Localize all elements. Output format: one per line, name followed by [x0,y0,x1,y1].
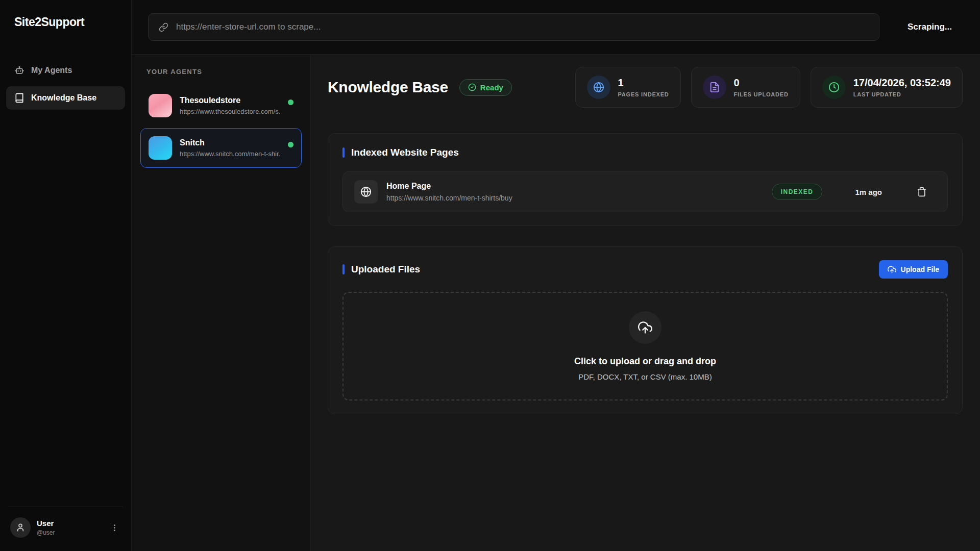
page-row-url: https://www.snitch.com/men-t-shirts/buy [386,194,512,202]
ready-status-badge: Ready [459,79,512,96]
scrape-status-button[interactable]: Scraping... [879,22,980,32]
agent-url: https://www.snitch.com/men-t-shir... [180,150,280,158]
user-handle: @user [37,529,55,536]
sidebar-item-label: Knowledge Base [31,93,96,103]
agent-name: Thesouledstore [180,96,280,105]
indexed-section-title: Indexed Website Pages [351,147,459,158]
book-icon [14,93,24,103]
stat-card-pages-indexed: 1 PAGES INDEXED [575,67,681,108]
online-status-dot [288,142,293,147]
link-icon [159,22,168,32]
app-logo: Site2Support [6,15,125,29]
file-icon [703,76,726,99]
cloud-upload-icon [629,311,662,344]
clock-icon [822,76,846,99]
user-name: User [37,519,55,528]
user-menu[interactable]: User @user [6,517,125,538]
accent-bar [342,147,345,158]
page-row-timestamp: 1m ago [855,188,882,196]
url-input-placeholder: https://enter-store-url.com to scrape... [176,22,321,32]
sidebar: Site2Support My Agents Knowledge Base Us… [0,0,132,551]
stat-card-files-uploaded: 0 FILES UPLOADED [691,67,800,108]
uploaded-files-section: Uploaded Files Upload File Click to uplo… [328,246,963,414]
stat-value: 0 [734,77,789,89]
main-header: Knowledge Base Ready 1 PAGES INDEX [328,67,963,108]
agents-panel: YOUR AGENTS Thesouledstore https://www.t… [132,55,311,551]
upload-file-button[interactable]: Upload File [879,260,948,279]
delete-page-button[interactable] [915,185,929,199]
accent-bar [342,264,345,274]
kebab-menu-icon[interactable] [108,521,121,534]
page-title: Knowledge Base [328,79,448,96]
sidebar-item-my-agents[interactable]: My Agents [6,59,125,82]
stat-label: FILES UPLOADED [734,91,789,97]
stat-label: LAST UPDATED [853,91,951,97]
page-row-title: Home Page [386,182,512,191]
ready-badge-label: Ready [480,83,503,92]
stat-card-last-updated: 17/04/2026, 03:52:49 LAST UPDATED [811,67,963,108]
globe-icon [354,180,378,204]
sidebar-item-label: My Agents [31,66,72,75]
store-url-input[interactable]: https://enter-store-url.com to scrape... [148,13,879,41]
agent-card-snitch[interactable]: Snitch https://www.snitch.com/men-t-shir… [140,128,302,168]
agent-card-thesouledstore[interactable]: Thesouledstore https://www.thesouledstor… [140,86,302,126]
indexed-status-badge: INDEXED [772,184,823,200]
agents-section-title: YOUR AGENTS [140,68,302,76]
cloud-upload-icon [888,265,896,274]
stats-row: 1 PAGES INDEXED 0 FILES UPLOADED [575,67,963,108]
user-icon [16,523,25,532]
indexed-pages-section: Indexed Website Pages Home Page https://… [328,133,963,226]
stat-value: 1 [618,77,669,89]
user-avatar [10,517,31,538]
uploads-section-title: Uploaded Files [351,264,420,275]
stat-value: 17/04/2026, 03:52:49 [853,77,951,89]
dropzone-subtitle: PDF, DOCX, TXT, or CSV (max. 10MB) [578,372,712,381]
sidebar-nav: My Agents Knowledge Base [6,59,125,110]
agent-avatar [149,94,172,117]
online-status-dot [288,99,293,105]
topbar: https://enter-store-url.com to scrape...… [132,0,980,55]
main-content: Knowledge Base Ready 1 PAGES INDEX [311,55,980,551]
bot-icon [14,65,24,76]
agent-url: https://www.thesouledstore.com/s... [180,108,280,115]
indexed-page-row[interactable]: Home Page https://www.snitch.com/men-t-s… [342,171,948,212]
upload-button-label: Upload File [901,265,939,273]
sidebar-item-knowledge-base[interactable]: Knowledge Base [6,86,125,110]
stat-label: PAGES INDEXED [618,91,669,97]
file-dropzone[interactable]: Click to upload or drag and drop PDF, DO… [342,292,948,400]
check-circle-icon [468,83,476,91]
sidebar-divider [8,507,123,507]
globe-icon [587,76,610,99]
trash-icon [917,187,927,197]
agent-name: Snitch [180,138,280,147]
agent-avatar [149,136,172,160]
dropzone-title: Click to upload or drag and drop [574,356,716,367]
